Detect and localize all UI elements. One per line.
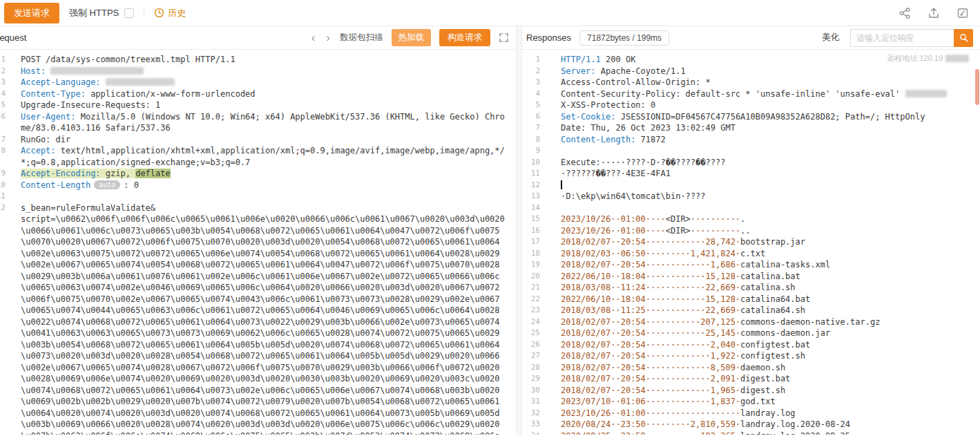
line-number: 25 [522, 328, 553, 339]
history-next-button[interactable]: › [325, 32, 332, 44]
line-number: 19 [522, 259, 553, 271]
code-line-8[interactable]: 8Accept: text/html,application/xhtml+xml… [0, 145, 516, 168]
line-number: 10 [0, 180, 6, 191]
code-line-9[interactable]: 9Accept-Encoding: gzip, deflate [0, 168, 516, 180]
code-line-4[interactable]: 4Content-Type: application/x-www-form-ur… [0, 88, 516, 100]
line-number: 8 [0, 145, 6, 157]
code-line-29[interactable]: 292018/02/07··20:54·············2,091·di… [522, 373, 980, 385]
line-number: 12 [0, 202, 6, 214]
expand-icon[interactable] [499, 32, 509, 43]
line-number: 13 [522, 191, 553, 202]
code-line-2[interactable]: 2Host: [0, 66, 516, 77]
line-number: 1 [0, 54, 6, 66]
history-label: 历史 [168, 7, 186, 19]
share-icon[interactable] [899, 7, 911, 19]
code-line-7[interactable]: 7RunGo: dir [0, 134, 516, 146]
request-editor[interactable]: 1POST /data/sys-common/treexml.tmpl HTTP… [0, 50, 516, 435]
redacted-value [106, 78, 175, 86]
line-number: 33 [522, 419, 553, 430]
line-number: 7 [0, 134, 6, 146]
feedback-icon[interactable] [957, 7, 969, 19]
code-line-4[interactable]: 4Content-Security-Policy: default-src * … [522, 88, 980, 100]
code-line-31[interactable]: 312023/07/10··01:06·············1,837·go… [522, 396, 980, 408]
line-number: 6 [522, 111, 553, 123]
force-https-checkbox[interactable] [124, 8, 134, 18]
request-panel-header: Request ‹ › 数据包扫描 热加载 构造请求 [0, 26, 516, 50]
code-line-10[interactable]: 10Content-Lengthauto: 0 [0, 180, 516, 191]
code-line-23[interactable]: 232018/03/08··11:25············22,669·ca… [522, 305, 980, 316]
code-line-6[interactable]: 6Set-Cookie: JSESSIONID=DF04567C47756A10… [522, 111, 980, 123]
construct-request-button[interactable]: 构造请求 [439, 29, 490, 46]
code-line-15[interactable]: 152023/10/26··01:00····<DIR>··········. [522, 214, 980, 225]
line-number: 5 [522, 99, 553, 111]
history-button[interactable]: 历史 [154, 7, 186, 19]
force-https-label: 强制 HTTPS [69, 7, 119, 19]
code-line-17[interactable]: 172018/02/07··20:54············28,742·bo… [522, 236, 980, 248]
code-line-28[interactable]: 282018/02/07··20:54·············8,509·da… [522, 362, 980, 374]
line-number: 22 [522, 294, 553, 305]
response-editor[interactable]: 1HTTP/1.1 200 OK2Server: Apache-Coyote/1… [522, 50, 980, 435]
code-line-6[interactable]: 6User-Agent: Mozilla/5.0 (Windows NT 10.… [0, 111, 516, 134]
line-number: 3 [522, 77, 553, 88]
force-https-toggle[interactable]: 强制 HTTPS [69, 7, 134, 19]
code-line-33[interactable]: 332020/08/24··23:50·········2,810,559·la… [522, 419, 980, 430]
code-line-26[interactable]: 262018/02/07··20:54·············2,040·co… [522, 339, 980, 351]
code-line-7[interactable]: 7Date: Thu, 26 Oct 2023 13:02:49 GMT [522, 122, 980, 134]
beautify-button[interactable]: 美化 [822, 32, 839, 44]
code-line-34[interactable]: 342020/08/25··23:58···········183,365·la… [522, 430, 980, 435]
clock-icon [154, 8, 164, 18]
line-number: 8 [522, 134, 553, 146]
code-line-10[interactable]: 10Execute:·····????·D·?��????��???? [522, 157, 980, 169]
line-number: 31 [522, 396, 553, 408]
code-line-16[interactable]: 162023/10/26··01:00····<DIR>··········.. [522, 225, 980, 237]
search-button[interactable] [954, 29, 973, 47]
code-line-18[interactable]: 182018/02/03··06:50·········1,421,824·c.… [522, 248, 980, 260]
line-number: 29 [522, 373, 553, 385]
code-line-5[interactable]: 5Upgrade-Insecure-Requests: 1 [0, 99, 516, 111]
code-line-11[interactable]: 11·??????��???·4E3E-4FA1 [522, 168, 980, 180]
response-scrollbar-thumb[interactable] [975, 69, 979, 105]
send-request-button[interactable]: 发送请求 [4, 3, 59, 23]
remote-address-label: 远程地址:120.19 [887, 53, 943, 64]
code-line-32[interactable]: 322023/10/26··01:00···················la… [522, 408, 980, 419]
responses-tab[interactable]: Responses [526, 32, 571, 43]
code-line-20[interactable]: 202022/06/10··18:04············15,128·ca… [522, 271, 980, 283]
line-number: 20 [522, 271, 553, 283]
response-panel-header: Responses 71872bytes / 199ms 美化 [522, 26, 980, 50]
code-line-25[interactable]: 252018/02/07··20:54············25,145·co… [522, 328, 980, 339]
history-prev-button[interactable]: ‹ [310, 32, 317, 44]
line-number: 34 [522, 430, 553, 435]
packet-scan-button[interactable]: 数据包扫描 [340, 32, 383, 44]
hot-reload-button[interactable]: 热加载 [392, 29, 432, 46]
code-line-3[interactable]: 3Accept-Language: [0, 77, 516, 88]
code-line-8[interactable]: 8Content-Length: 71872 [522, 134, 980, 146]
code-line-27[interactable]: 272018/02/07··20:54·············1,922·co… [522, 350, 980, 362]
code-line-19[interactable]: 192018/02/07··20:54·············1,686·ca… [522, 259, 980, 271]
code-line-12[interactable]: 12 [522, 180, 980, 191]
search-icon [959, 33, 968, 42]
code-line-9[interactable]: 9 [522, 145, 980, 157]
code-line-1[interactable]: 1POST /data/sys-common/treexml.tmpl HTTP… [0, 54, 516, 66]
code-line-21[interactable]: 212018/03/08··11:24············22,669·ca… [522, 282, 980, 294]
remote-address: 远程地址:120.19 [887, 53, 969, 64]
toolbar-icons [899, 7, 969, 19]
code-line-13[interactable]: 13·D:\ekp\win64\tomcat\bin·???? [522, 191, 980, 202]
code-line-11[interactable]: 11 [0, 191, 516, 202]
text-caret [561, 180, 562, 189]
search-input[interactable] [850, 29, 954, 47]
code-line-24[interactable]: 242018/02/07··20:54···········207,125·co… [522, 316, 980, 328]
line-number: 6 [0, 111, 6, 123]
line-number: 24 [522, 316, 553, 328]
code-line-3[interactable]: 3Access-Control-Allow-Origin: * [522, 77, 980, 88]
code-line-2[interactable]: 2Server: Apache-Coyote/1.1 [522, 66, 980, 77]
export-icon[interactable] [928, 7, 940, 19]
code-line-30[interactable]: 302018/02/07··20:54·············1,965·di… [522, 385, 980, 397]
code-line-14[interactable]: 14 [522, 202, 980, 214]
code-line-22[interactable]: 222022/06/10··18:04············15,128·ca… [522, 294, 980, 305]
code-line-12[interactable]: 12s_bean=ruleFormulaValidate&script=\u00… [0, 202, 516, 435]
line-number: 1 [522, 54, 553, 66]
code-line-5[interactable]: 5X-XSS-Protection: 0 [522, 99, 980, 111]
line-number: 32 [522, 408, 553, 419]
line-number: 4 [0, 88, 6, 100]
panel-divider[interactable] [516, 26, 522, 436]
